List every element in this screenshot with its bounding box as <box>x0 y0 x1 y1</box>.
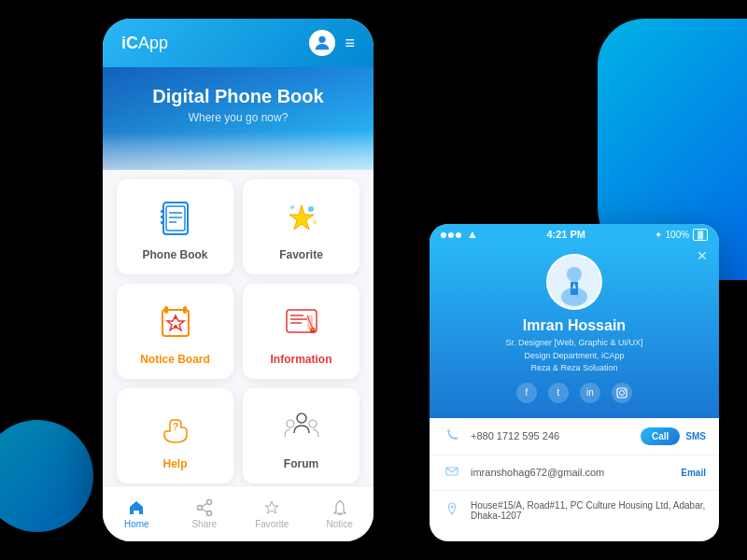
menu-card-favorite[interactable]: Favorite <box>243 179 359 274</box>
nav-item-notice[interactable]: Notice <box>306 493 374 535</box>
contact-avatar-icon <box>548 256 600 308</box>
favorite-icon <box>279 196 324 241</box>
envelope-icon <box>445 465 458 478</box>
status-right: ✦ 100% ▓ <box>655 229 708 241</box>
nav-favorite-icon <box>262 498 281 517</box>
grid-menu: Phone Book Favorite <box>103 170 374 493</box>
svg-point-32 <box>197 506 202 511</box>
signal-dots <box>441 230 463 240</box>
email-value: imranshohag672@gmail.com <box>471 467 671 478</box>
nav-favorite-label: Favorite <box>238 519 306 529</box>
social-icons: f t in <box>448 383 700 403</box>
email-row: imranshohag672@gmail.com Email <box>430 455 719 491</box>
nav-item-home[interactable]: Home <box>103 493 171 535</box>
svg-point-30 <box>309 420 317 427</box>
menu-card-help[interactable]: ? Help <box>117 388 233 483</box>
contact-header: ✕ Imran Hossain Sr. Designer [Web, Graph… <box>430 245 719 418</box>
help-icon: ? <box>153 405 198 450</box>
location-icon <box>443 502 461 518</box>
phone-actions: Call SMS <box>641 427 706 445</box>
svg-point-16 <box>174 325 177 329</box>
battery-text: 100% <box>666 230 690 240</box>
status-left: ▲ <box>441 228 478 241</box>
header-icons: ≡ <box>309 30 355 56</box>
hero-section: Digital Phone Book Where you go now? <box>103 67 374 170</box>
svg-text:?: ? <box>173 422 178 432</box>
information-icon <box>279 301 324 345</box>
battery-icon: ▓ <box>693 229 708 241</box>
nav-item-favorite[interactable]: Favorite <box>238 493 306 535</box>
nav-share-label: Share <box>171 519 239 529</box>
linkedin-icon[interactable]: in <box>580 383 600 403</box>
user-avatar[interactable] <box>309 30 335 56</box>
svg-marker-36 <box>265 501 278 513</box>
svg-point-10 <box>308 206 314 212</box>
twitter-icon[interactable]: t <box>548 383 569 403</box>
facebook-icon[interactable]: f <box>516 383 537 403</box>
menu-card-forum[interactable]: Forum <box>243 388 359 483</box>
bg-shape-left <box>0 420 93 532</box>
email-icon <box>443 465 461 481</box>
contact-info: +880 1712 595 246 Call SMS imranshohag67… <box>430 418 719 530</box>
svg-point-28 <box>297 413 306 423</box>
hero-title: Digital Phone Book <box>121 86 355 107</box>
phone-book-icon <box>153 196 198 241</box>
svg-point-47 <box>451 506 454 509</box>
svg-rect-8 <box>161 221 164 224</box>
svg-point-44 <box>620 390 625 395</box>
favorite-label: Favorite <box>252 248 350 261</box>
camera-icon <box>616 387 627 399</box>
help-label: Help <box>126 457 224 470</box>
status-time: 4:21 PM <box>546 229 585 240</box>
svg-rect-2 <box>166 206 185 231</box>
phone-main: iCApp ≡ Digital Phone Book Where you go … <box>103 19 374 541</box>
email-actions: Email <box>681 468 706 478</box>
app-header: iCApp ≡ <box>103 19 374 67</box>
svg-line-34 <box>202 509 207 512</box>
nav-home-label: Home <box>103 519 171 529</box>
address-value: House#15/A, Road#11, PC Culture Housing … <box>471 500 706 521</box>
contact-avatar <box>546 254 602 310</box>
svg-point-33 <box>206 511 211 516</box>
phone-value: +880 1712 595 246 <box>471 430 631 441</box>
svg-rect-18 <box>183 306 187 314</box>
information-label: Information <box>252 353 350 366</box>
nav-notice-label: Notice <box>306 519 374 529</box>
svg-point-12 <box>313 220 317 224</box>
menu-card-information[interactable]: Information <box>243 284 359 379</box>
notice-board-label: Notice Board <box>126 353 224 366</box>
phone-book-label: Phone Book <box>126 248 224 261</box>
svg-rect-17 <box>164 306 168 314</box>
svg-point-31 <box>206 500 211 505</box>
phone-icon <box>443 428 461 444</box>
forum-label: Forum <box>252 457 350 470</box>
notice-board-icon <box>153 301 198 345</box>
detail-status-bar: ▲ 4:21 PM ✦ 100% ▓ <box>430 224 719 245</box>
share-icon <box>195 498 214 517</box>
svg-point-45 <box>624 389 626 391</box>
menu-card-phone-book[interactable]: Phone Book <box>117 179 233 274</box>
hamburger-icon[interactable]: ≡ <box>345 35 355 51</box>
sms-button[interactable]: SMS <box>685 427 706 445</box>
svg-point-11 <box>290 205 294 209</box>
bluetooth-icon: ✦ <box>655 230 662 240</box>
phone-detail: ▲ 4:21 PM ✦ 100% ▓ ✕ Imran Hossain Sr. D… <box>430 224 719 541</box>
menu-card-notice-board[interactable]: Notice Board <box>117 284 233 379</box>
nav-item-share[interactable]: Share <box>171 493 239 535</box>
svg-rect-7 <box>161 216 164 218</box>
phone-row: +880 1712 595 246 Call SMS <box>430 418 719 455</box>
svg-point-39 <box>567 267 582 282</box>
svg-point-0 <box>319 36 326 43</box>
address-row: House#15/A, Road#11, PC Culture Housing … <box>430 491 719 530</box>
call-button[interactable]: Call <box>641 427 680 445</box>
email-button[interactable]: Email <box>681 468 706 478</box>
forum-icon <box>279 405 324 450</box>
svg-point-29 <box>287 420 294 427</box>
instagram-icon[interactable] <box>612 383 632 403</box>
close-button[interactable]: ✕ <box>697 248 708 263</box>
notice-icon <box>331 498 349 517</box>
svg-line-35 <box>202 503 207 507</box>
app-logo: iCApp <box>121 34 168 53</box>
wifi-icon: ▲ <box>467 228 478 241</box>
svg-rect-6 <box>161 210 164 213</box>
